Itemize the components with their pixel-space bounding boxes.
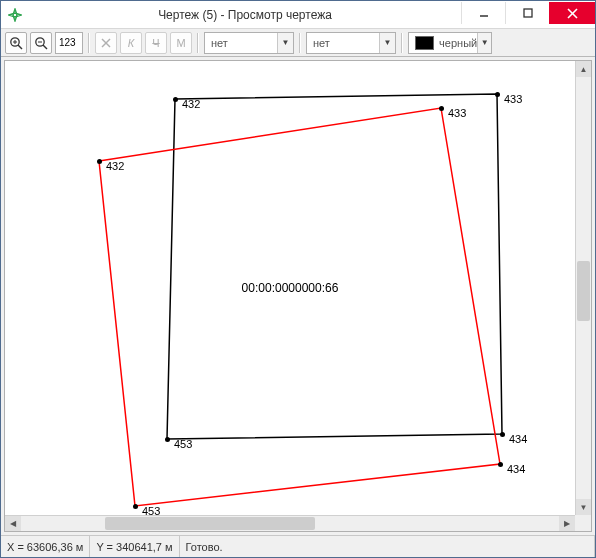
vertex-label: 453 (142, 505, 160, 515)
vertical-scrollbar[interactable]: ▲ ▼ (575, 61, 591, 515)
line-width-combo[interactable]: нет ▼ (306, 32, 396, 54)
vertex-point[interactable] (165, 437, 170, 442)
toolbar-separator (197, 33, 199, 53)
toolbar-separator (88, 33, 90, 53)
status-message: Готово. (180, 536, 595, 557)
canvas-area: 00:00:0000000:66 43243343445343243343445… (4, 60, 592, 532)
vertex-point[interactable] (173, 97, 178, 102)
svg-marker-15 (167, 94, 502, 439)
vertex-label: 434 (509, 433, 527, 445)
minimize-button[interactable] (461, 2, 505, 24)
scrollbar-thumb[interactable] (105, 517, 315, 530)
svg-rect-3 (524, 9, 532, 17)
vertex-label: 433 (504, 93, 522, 105)
scroll-up-button[interactable]: ▲ (576, 61, 591, 77)
horizontal-scrollbar[interactable]: ◀ ▶ (5, 515, 575, 531)
status-x: X = 63606,36 м (1, 536, 90, 557)
vertex-label: 432 (106, 160, 124, 172)
combo-value: черный (439, 37, 477, 49)
scroll-left-button[interactable]: ◀ (5, 516, 21, 531)
zoom-out-button[interactable] (30, 32, 52, 54)
scroll-down-button[interactable]: ▼ (576, 499, 591, 515)
toolbar-separator (401, 33, 403, 53)
scrollbar-thumb[interactable] (577, 261, 590, 321)
statusbar: X = 63606,36 м Y = 340641,7 м Готово. (1, 535, 595, 557)
maximize-button[interactable] (505, 2, 549, 24)
color-swatch (415, 36, 434, 50)
scroll-right-button[interactable]: ▶ (559, 516, 575, 531)
app-icon (1, 1, 29, 29)
vertex-label: 434 (507, 463, 525, 475)
drawing-canvas[interactable]: 00:00:0000000:66 43243343445343243343445… (5, 61, 575, 515)
vertex-point[interactable] (133, 504, 138, 509)
line-style-combo[interactable]: нет ▼ (204, 32, 294, 54)
status-y: Y = 340641,7 м (90, 536, 179, 557)
vertex-point[interactable] (495, 92, 500, 97)
svg-line-7 (18, 45, 22, 49)
chevron-down-icon: ▼ (379, 33, 395, 53)
zoom-in-button[interactable] (5, 32, 27, 54)
style-ch-button[interactable]: Ч (145, 32, 167, 54)
cancel-button[interactable] (95, 32, 117, 54)
zoom-value-field[interactable]: 123 (55, 32, 83, 54)
svg-marker-1 (9, 13, 21, 17)
vertex-label: 432 (182, 98, 200, 110)
style-k-button[interactable]: К (120, 32, 142, 54)
toolbar: 123 К Ч М нет ▼ нет ▼ черный ▼ (1, 29, 595, 57)
vertex-label: 433 (448, 107, 466, 119)
chevron-down-icon: ▼ (277, 33, 293, 53)
parcel-id-label: 00:00:0000000:66 (242, 281, 339, 295)
svg-line-11 (43, 45, 47, 49)
combo-value: нет (313, 37, 379, 49)
app-window: Чертеж (5) - Просмотр чертежа 123 К Ч М (0, 0, 596, 558)
window-controls (461, 1, 595, 28)
color-combo[interactable]: черный ▼ (408, 32, 492, 54)
svg-marker-16 (99, 108, 500, 506)
vertex-label: 453 (174, 438, 192, 450)
combo-value: нет (211, 37, 277, 49)
svg-marker-0 (13, 9, 17, 21)
toolbar-separator (299, 33, 301, 53)
vertex-point[interactable] (97, 159, 102, 164)
scrollbar-corner (575, 515, 591, 531)
close-button[interactable] (549, 2, 595, 24)
vertex-point[interactable] (500, 432, 505, 437)
style-m-button[interactable]: М (170, 32, 192, 54)
chevron-down-icon: ▼ (477, 33, 491, 53)
titlebar[interactable]: Чертеж (5) - Просмотр чертежа (1, 1, 595, 29)
vertex-point[interactable] (498, 462, 503, 467)
vertex-point[interactable] (439, 106, 444, 111)
window-title: Чертеж (5) - Просмотр чертежа (29, 8, 461, 22)
